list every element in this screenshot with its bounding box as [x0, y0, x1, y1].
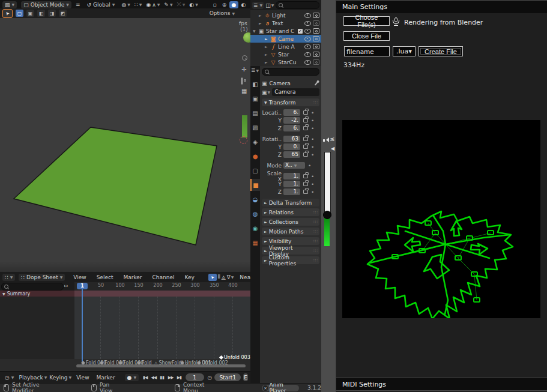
scale-z-field[interactable]: 1. — [283, 188, 300, 195]
tab-view-layer[interactable]: ▧ — [250, 121, 260, 133]
lock-icon[interactable] — [303, 118, 308, 122]
hamburger-menu-icon[interactable]: ≡ — [76, 2, 80, 8]
only-selected-toggle[interactable]: ➤ — [208, 274, 217, 281]
motion-paths-panel[interactable]: ►Motion Paths∷∷ — [262, 228, 319, 235]
object-name-field[interactable]: Camera — [272, 88, 319, 96]
lock-icon[interactable] — [303, 190, 308, 194]
outliner-filter-dropdown[interactable]: ◫▼ — [265, 2, 274, 8]
timeline-editor-button[interactable]: ◷▼ — [2, 374, 16, 381]
snap-dropdown[interactable]: ∷▼ — [134, 2, 142, 8]
camera-visibility-icon[interactable] — [313, 36, 319, 41]
object-mode-dropdown[interactable]: ▢Object Mode▼ — [21, 1, 71, 8]
expander-icon[interactable]: ► — [265, 44, 268, 49]
delta-transform-panel[interactable]: ►Delta Transform — [262, 199, 319, 207]
record-button[interactable]: ●▼ — [125, 374, 139, 381]
jump-to-start-button[interactable]: ▮◀ — [143, 375, 147, 380]
next-keyframe-button[interactable]: ▶▶ — [168, 375, 174, 380]
nav-gizmo-ball[interactable] — [243, 32, 250, 43]
visibility-panel[interactable]: ►Visibility∷∷ — [262, 237, 319, 245]
rotation-mode-dropdown[interactable]: X.. ▼ — [283, 162, 305, 169]
outliner-row-camera-selected[interactable]: ►◙Came — [250, 35, 321, 43]
mirror-dropdown[interactable]: ⤫▼ — [177, 1, 186, 8]
camera-visibility-icon[interactable] — [313, 59, 319, 65]
eye-icon[interactable] — [304, 60, 311, 65]
location-x-field[interactable]: 6. — [283, 109, 300, 116]
expand-channels-icon[interactable]: ↔ — [64, 283, 68, 289]
menu-select[interactable]: Select — [97, 274, 113, 280]
create-file-button[interactable]: Create File — [419, 46, 463, 56]
drag-grip-icon[interactable]: ∷∷ — [313, 239, 317, 244]
expander-icon[interactable]: ► — [259, 21, 262, 25]
animate-dot-icon[interactable]: • — [308, 163, 311, 169]
lock-icon[interactable] — [303, 110, 308, 115]
camera-visibility-icon[interactable] — [313, 44, 319, 49]
tab-collection[interactable]: ▢ — [250, 164, 260, 176]
eye-icon[interactable] — [304, 29, 311, 34]
transform-panel-header[interactable]: ▼Transform∷∷ — [262, 98, 319, 106]
lock-icon[interactable] — [303, 152, 308, 157]
menu-channel[interactable]: Channel — [153, 274, 175, 280]
tab-constraints[interactable]: ◉ — [250, 222, 260, 234]
custom-properties-panel[interactable]: ►Custom Properties∷∷ — [262, 256, 319, 264]
eye-icon[interactable] — [304, 52, 311, 57]
eye-icon[interactable] — [304, 44, 311, 49]
filter-dropdown[interactable]: ∇▼ — [227, 274, 234, 280]
drag-grip-icon[interactable]: ∷∷ — [313, 229, 317, 234]
animate-dot-icon[interactable]: • — [311, 144, 314, 150]
camera-visibility-icon[interactable] — [313, 52, 319, 57]
playhead[interactable] — [82, 289, 83, 367]
animate-dot-icon[interactable]: • — [311, 189, 314, 195]
current-frame-field[interactable]: 1 — [186, 373, 204, 381]
drag-grip-icon[interactable]: ∷∷ — [313, 100, 317, 105]
object-type-dropdown[interactable]: ▣▼ — [262, 89, 270, 95]
timeline-marker-selected[interactable]: Unfold 003 — [220, 355, 250, 360]
properties-search-input[interactable] — [262, 68, 319, 76]
expander-icon[interactable]: ► — [259, 13, 262, 17]
shading-rendered-button[interactable]: ◐ — [239, 1, 248, 8]
zoom-view-icon[interactable] — [242, 55, 247, 61]
checkbox-icon[interactable]: ✓ — [298, 29, 303, 34]
menu-view[interactable]: View — [73, 274, 86, 280]
menu-marker[interactable]: Marker — [123, 274, 142, 280]
orientation-dropdown[interactable]: ↺Global▼ — [85, 1, 118, 8]
menu-view[interactable]: View — [76, 375, 89, 381]
tab-output[interactable]: ▤ — [250, 107, 260, 119]
animate-dot-icon[interactable]: • — [311, 118, 314, 124]
options-dropdown[interactable]: Options▼ — [210, 10, 235, 16]
drag-grip-icon[interactable]: ∷∷ — [313, 220, 317, 225]
tab-modifiers[interactable]: ◒ — [250, 193, 260, 205]
animate-dot-icon[interactable]: • — [311, 125, 314, 131]
channel-list-area[interactable] — [0, 297, 74, 359]
tab-scene[interactable]: ◈ — [250, 136, 260, 148]
select-mode-extend[interactable]: ◩ — [59, 10, 67, 17]
lock-icon[interactable] — [303, 145, 308, 149]
select-mode-circle[interactable]: ◧ — [37, 10, 45, 17]
extension-dropdown[interactable]: .lua▼ — [393, 46, 416, 56]
camera-visibility-icon[interactable] — [313, 28, 319, 34]
tab-tool[interactable]: ◧ — [250, 78, 260, 90]
volume-slider-knob[interactable] — [323, 211, 331, 219]
outliner-search-input[interactable] — [276, 1, 319, 9]
expander-icon[interactable]: ► — [265, 52, 268, 56]
outliner-row-lineart[interactable]: ►ʃLine A — [250, 43, 321, 50]
viewport-display-panel[interactable]: ►Viewport Display∷∷ — [262, 247, 319, 255]
tab-texture[interactable]: ▦ — [250, 237, 260, 249]
shading-material-button[interactable]: ● — [229, 1, 238, 8]
lock-icon[interactable] — [303, 182, 308, 186]
camera-view-icon[interactable] — [241, 77, 243, 85]
properties-editor-button[interactable]: ≣▼ — [251, 67, 259, 73]
sliders-toggle-icon[interactable]: ⦀ — [218, 274, 220, 280]
scale-y-field[interactable]: 1. — [283, 181, 300, 187]
tab-physics[interactable]: ◍ — [250, 208, 260, 220]
anim-player-badge[interactable]: ✕ Anim Player — [262, 385, 299, 391]
animate-dot-icon[interactable]: • — [311, 152, 314, 158]
outliner-display-mode[interactable]: ≣▼ — [252, 2, 264, 9]
drag-grip-icon[interactable]: ∷∷ — [313, 210, 317, 215]
outliner-row-starcut[interactable]: ►▽StarCu — [250, 58, 321, 66]
plane-object[interactable] — [0, 18, 250, 272]
rotation-y-field[interactable]: 0. — [283, 143, 300, 150]
close-icon[interactable]: ✕ — [263, 385, 267, 391]
shading-solid-button[interactable]: ⊕ — [220, 1, 229, 8]
drag-grip-icon[interactable]: ∷∷ — [313, 249, 317, 253]
error-filter-icon[interactable]: ◬ — [222, 274, 226, 280]
